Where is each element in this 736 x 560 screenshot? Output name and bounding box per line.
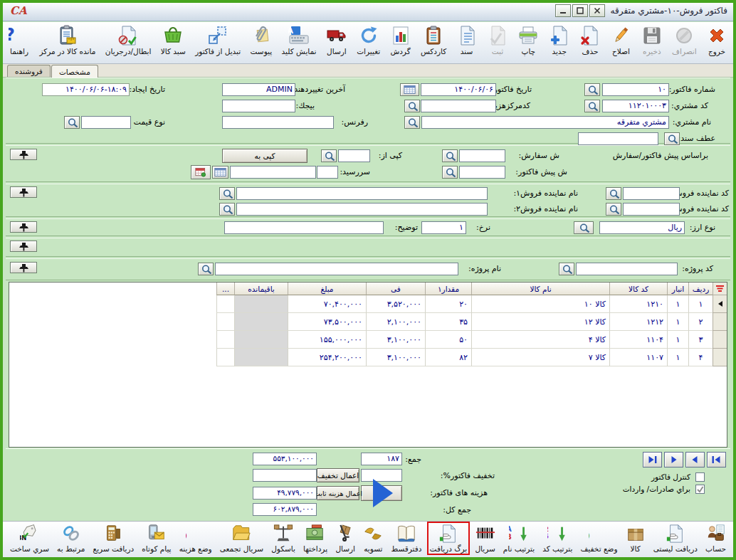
rep2-name-search-button[interactable] [219,203,235,216]
toolbar-weighbridge-scale-button[interactable]: باسکول [270,523,297,554]
reference-field[interactable] [222,116,334,129]
cell-more[interactable] [216,331,234,349]
bijak-field[interactable] [222,100,295,112]
invoice-date-calendar-button[interactable] [400,83,419,96]
toolbar-edit-pencil-button[interactable]: اصلاح [609,24,633,56]
cell-amount[interactable]: ۲۵۴,۲۰۰,۰۰۰ [288,349,366,366]
copy-to-button[interactable]: کپی به [222,149,307,163]
toolbar-attachment-paperclip-button[interactable]: پیوست [249,24,274,56]
rep1-name-search-button[interactable] [219,187,235,200]
toolbar-cumulative-serial-folder-button[interactable]: سریال تجمعی [219,523,265,554]
pin-section-currency-button[interactable] [10,221,37,233]
toolbar-voucher-document-button[interactable]: سند [455,24,479,56]
cell-remaining[interactable] [234,331,288,349]
cell-unit_price[interactable]: ۳,۵۲۰,۰۰۰ [366,295,425,313]
invoice-control-checkbox[interactable] [695,472,705,482]
grid-row[interactable]: ۳۱۱۱۰۴کالا ۴۵۰۳,۱۰۰,۰۰۰۱۵۵,۰۰۰,۰۰۰ [9,331,727,349]
toolbar-receive-list-hand-button[interactable]: دریافت لیستی [652,523,699,554]
toolbar-settlement-hands-button[interactable]: تسویه [362,523,384,554]
copy-from-field[interactable] [338,149,370,162]
project-code-field[interactable] [576,263,678,275]
toolbar-send-handtruck-button[interactable]: ارسال [334,523,357,554]
customer-code-field[interactable]: ۱۱۲۰۱۰۰۰۳ [602,100,669,112]
price-type-field[interactable] [81,116,131,129]
toolbar-send-truck-button[interactable]: ارسال [325,24,349,56]
project-code-search-button[interactable] [559,263,574,275]
copy-from-search-button[interactable] [321,149,337,162]
toolbar-help-question-button[interactable]: ?راهنما [7,24,31,56]
toolbar-discount-percent-green-button[interactable]: %وضع تخفیف [579,523,619,554]
nav-last-button[interactable] [643,452,662,467]
row-selector[interactable] [713,295,727,313]
cell-remaining[interactable] [234,313,288,331]
cell-unit_price[interactable]: ۲,۱۰۰,۰۰۰ [366,313,425,331]
toolbar-installment-book-button[interactable]: دفترقسط [389,523,423,554]
cell-qty[interactable]: ۳۵ [425,313,471,331]
rep1-name-field[interactable] [236,187,488,200]
cell-unit_price[interactable]: ۳,۱۰۰,۰۰۰ [366,349,425,366]
cell-item_name[interactable]: کالا ۷ [471,349,609,366]
atf-sanad-field[interactable] [578,132,658,145]
cost-center-field[interactable] [421,100,496,112]
toolbar-printer-button[interactable]: چاپ [516,24,540,56]
cell-row[interactable]: ۱ [688,295,713,313]
pin-section-project-button[interactable] [10,262,37,273]
tab-moshakhasat[interactable]: مشخصات [51,65,98,78]
cell-warehouse[interactable]: ۱ [667,331,688,349]
description-field[interactable] [224,221,384,234]
toolbar-stock-balance-clipboard-button[interactable]: مانده کالا در مرکز [38,24,97,56]
atf-sanad-search-button[interactable] [664,132,680,145]
cell-item_name[interactable]: کالا ۴ [471,331,609,349]
customer-name-search-button[interactable] [404,116,420,129]
pin-section-reps-button[interactable] [10,186,37,198]
cell-qty[interactable]: ۵۰ [425,331,471,349]
toolbar-changes-refresh-button[interactable]: تغییرات [355,24,382,56]
cell-amount[interactable]: ۷۰,۴۰۰,۰۰۰ [288,295,366,313]
rep1-code-field[interactable] [623,187,680,200]
grid-row[interactable]: ۴۱۱۱۰۷کالا ۷۸۲۳,۱۰۰,۰۰۰۲۵۴,۲۰۰,۰۰۰ [9,349,727,366]
rep2-code-field[interactable] [623,203,680,216]
proforma-no-search-button[interactable] [442,166,458,179]
close-button[interactable] [589,4,605,17]
pin-section-copy-button[interactable] [10,149,37,160]
toolbar-quick-receive-register-button[interactable]: دریافت سریع [92,523,136,554]
invoice-date-field[interactable]: ۱۴۰۰/۰۶/۰۶ [421,83,496,96]
nav-next-button[interactable] [664,452,683,467]
currency-search-button[interactable] [574,221,594,234]
customer-name-field[interactable]: مشتري متفرقه [421,116,669,129]
due-date-calendar-button[interactable] [212,166,228,179]
nav-first-button[interactable] [707,452,726,467]
toolbar-receipt-sheet-hand-button[interactable]: برگ دریافت [429,523,469,554]
cell-item_code[interactable]: ۱۲۱۰ [609,295,667,313]
grid-filter-icon[interactable] [713,282,727,295]
cell-item_name[interactable]: کالا ۱۲ [471,313,609,331]
toolbar-batch-series-tag-button[interactable]: BNسري ساخت [9,523,51,554]
apply-discount-button[interactable]: اعمال تخفیف [317,468,359,482]
toolbar-expense-percent-red-button[interactable]: %وضع هزینه [178,523,214,554]
due-date-field-small[interactable] [317,166,338,179]
invoice-costs-expand-button[interactable] [361,485,402,501]
toolbar-new-document-button[interactable]: جدید [547,24,572,56]
cost-center-search-button[interactable] [404,100,420,112]
export-import-checkbox[interactable] [695,485,705,494]
cell-row[interactable]: ۳ [688,331,713,349]
cell-more[interactable] [216,349,234,366]
toolbar-related-link-chain-button[interactable]: مرتبط به [56,523,86,554]
cell-warehouse[interactable]: ۱ [667,313,688,331]
project-name-field[interactable] [215,263,458,275]
row-selector[interactable] [713,313,727,331]
invoice-no-field[interactable]: ۱۰ [602,83,669,96]
order-no-field[interactable] [459,149,505,162]
toolbar-account-person-button[interactable]: حساب [704,523,727,554]
toolbar-sort-by-code-button[interactable]: 3245بترتیب کد [541,523,574,554]
toolbar-void-inprogress-document-button[interactable]: ابطال/درجریان [104,24,153,56]
row-selector[interactable] [713,349,727,366]
toolbar-keyboard-display-button[interactable]: Aنمایش کلید [280,24,318,56]
toolbar-exit-x-button[interactable]: خروج [705,24,729,56]
cell-qty[interactable]: ۲۰ [425,295,471,313]
toolbar-turnover-chart-button[interactable]: گردش [389,24,413,56]
minimize-button[interactable] [555,4,571,17]
cell-more[interactable] [216,313,234,331]
toolbar-payments-cash-button[interactable]: پرداختها [302,523,329,554]
tab-forushande[interactable]: فروشنده [7,65,51,77]
